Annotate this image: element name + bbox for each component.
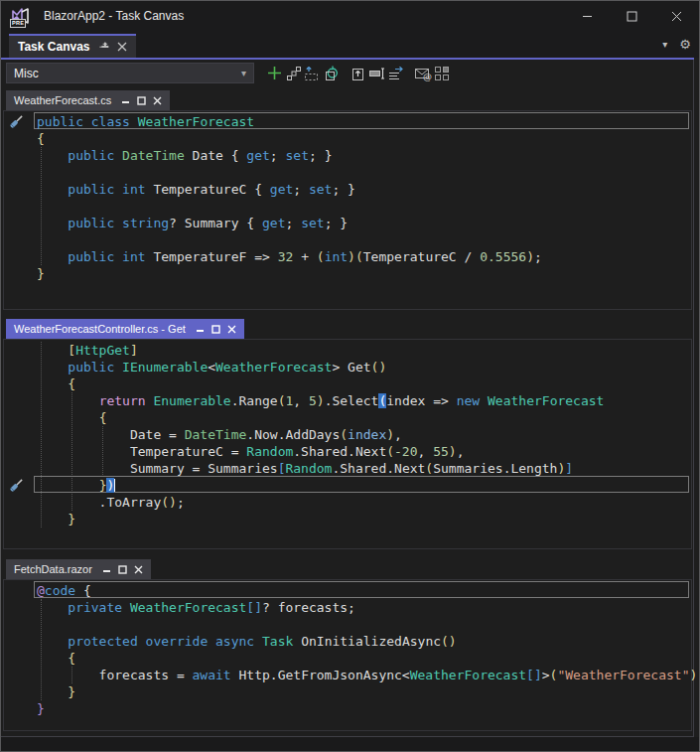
- code-editor[interactable]: public class WeatherForecast{ public Dat…: [3, 110, 692, 310]
- code-token: (): [441, 634, 457, 649]
- code-token: Summary = Summaries: [37, 461, 278, 476]
- panel-maximize-icon[interactable]: [137, 96, 146, 105]
- code-token: [37, 410, 99, 425]
- code-token: 32: [278, 249, 294, 264]
- code-token: [114, 249, 122, 264]
- code-line[interactable]: }: [4, 683, 690, 700]
- category-dropdown[interactable]: Misc ▾: [6, 63, 254, 83]
- code-token: int: [122, 249, 145, 264]
- code-line[interactable]: [4, 198, 690, 215]
- pin-icon[interactable]: [98, 42, 109, 53]
- panel-close-icon[interactable]: [134, 565, 143, 574]
- tab-task-canvas[interactable]: Task Canvas: [9, 34, 136, 58]
- panel-controls: [121, 96, 162, 105]
- code-token: index =>: [386, 393, 456, 408]
- code-line[interactable]: Date = DateTime.Now.AddDays(index),: [4, 426, 690, 443]
- code-line[interactable]: public class WeatherForecast: [4, 113, 690, 130]
- code-line[interactable]: [HttpGet]: [4, 342, 690, 359]
- grid-layout-icon[interactable]: [432, 64, 451, 83]
- code-token: (: [340, 427, 348, 442]
- code-line[interactable]: {: [4, 130, 690, 147]
- code-token: [37, 182, 68, 197]
- add-node-icon[interactable]: [265, 64, 284, 83]
- code-line[interactable]: protected override async Task OnInitiali…: [4, 633, 690, 650]
- code-token: .ToArray: [37, 495, 161, 510]
- code-token: []: [526, 668, 542, 682]
- code-token: (: [386, 444, 394, 459]
- code-line[interactable]: public string? Summary { get; set; }: [4, 215, 690, 231]
- tabstrip-right-controls: ▾ ⚙: [662, 37, 691, 52]
- code-line[interactable]: TemperatureC = Random.Shared.Next(-20, 5…: [4, 443, 690, 460]
- code-token: [254, 634, 262, 649]
- code-token: public: [68, 249, 114, 264]
- maximize-button[interactable]: [610, 1, 654, 31]
- new-snippet-icon[interactable]: [349, 64, 367, 83]
- code-line[interactable]: [4, 231, 690, 248]
- panel-maximize-icon[interactable]: [211, 325, 220, 334]
- panel-minimize-icon[interactable]: [196, 325, 205, 334]
- code-token: }: [68, 684, 75, 699]
- paste-above-icon[interactable]: [303, 64, 322, 83]
- code-line[interactable]: forecasts = await Http.GetFromJsonAsync<…: [4, 667, 690, 683]
- code-token: (): [371, 360, 387, 375]
- panel-header[interactable]: FetchData.razor: [6, 559, 151, 579]
- code-editor[interactable]: @code { private WeatherForecast[]? forec…: [3, 579, 692, 731]
- panel-minimize-icon[interactable]: [102, 565, 111, 574]
- code-token: ,: [394, 427, 402, 442]
- code-line[interactable]: }: [4, 511, 690, 527]
- code-token: Summaries.Length: [433, 461, 557, 476]
- code-line[interactable]: [4, 164, 690, 181]
- code-token: Task: [262, 634, 293, 649]
- code-line[interactable]: [4, 616, 690, 633]
- code-token: .Shared.Next: [332, 461, 425, 476]
- send-email-icon[interactable]: @: [413, 64, 432, 83]
- code-token: [37, 360, 68, 375]
- code-line[interactable]: {: [4, 376, 690, 392]
- settings-gear-icon[interactable]: ⚙: [679, 37, 691, 52]
- code-token: WeatherForecast: [215, 360, 332, 375]
- panel-minimize-icon[interactable]: [121, 96, 130, 105]
- code-token: [122, 600, 130, 615]
- code-line[interactable]: Summary = Summaries[Random.Shared.Next(S…: [4, 460, 690, 477]
- link-nodes-icon[interactable]: [284, 64, 303, 83]
- code-line[interactable]: {: [4, 409, 690, 426]
- code-token: ,: [418, 444, 434, 459]
- panel-close-icon[interactable]: [153, 96, 162, 105]
- code-token: [37, 634, 68, 649]
- code-line[interactable]: }: [4, 265, 690, 282]
- rename-icon[interactable]: [367, 64, 386, 83]
- code-line[interactable]: public DateTime Date { get; set; }: [4, 147, 690, 164]
- code-line[interactable]: private WeatherForecast[]? forecasts;: [4, 599, 690, 616]
- code-line[interactable]: @code {: [4, 582, 690, 599]
- code-line[interactable]: {: [4, 650, 690, 667]
- code-token: (: [425, 461, 433, 476]
- code-token: public: [68, 216, 114, 230]
- code-line[interactable]: }: [4, 700, 690, 717]
- panel-maximize-icon[interactable]: [118, 565, 127, 574]
- code-token: ): [317, 393, 325, 408]
- code-line[interactable]: return Enumerable.Range(1, 5).Select(ind…: [4, 392, 690, 409]
- code-line[interactable]: public int TemperatureF => 32 + (int)(Te…: [4, 248, 690, 265]
- code-token: ): [386, 427, 394, 442]
- code-token: set: [286, 148, 309, 163]
- preview-badge: PRE: [10, 19, 26, 28]
- code-editor[interactable]: [HttpGet] public IEnumerable<WeatherFore…: [3, 339, 692, 549]
- window-list-dropdown-icon[interactable]: ▾: [662, 39, 667, 50]
- code-line[interactable]: public int TemperatureC { get; set; }: [4, 181, 690, 198]
- close-button[interactable]: [654, 1, 699, 31]
- tab-close-icon[interactable]: [117, 42, 127, 52]
- code-line[interactable]: }): [4, 477, 690, 494]
- panel-header[interactable]: WeatherForecast.cs: [6, 90, 170, 110]
- code-line[interactable]: .ToArray();: [4, 494, 690, 511]
- panel-close-icon[interactable]: [227, 325, 236, 334]
- minimize-button[interactable]: [565, 1, 610, 31]
- code-token: {: [37, 131, 45, 146]
- panel-header[interactable]: WeatherForecastController.cs - Get: [6, 319, 244, 339]
- auto-arrange-icon[interactable]: [386, 64, 405, 83]
- code-token: (: [278, 393, 286, 408]
- code-token: return: [99, 393, 146, 408]
- copy-refresh-icon[interactable]: [322, 64, 341, 83]
- toolbar-icons: @: [265, 63, 451, 83]
- code-line[interactable]: public IEnumerable<WeatherForecast> Get(…: [4, 359, 690, 376]
- code-token: OnInitializedAsync: [293, 634, 441, 649]
